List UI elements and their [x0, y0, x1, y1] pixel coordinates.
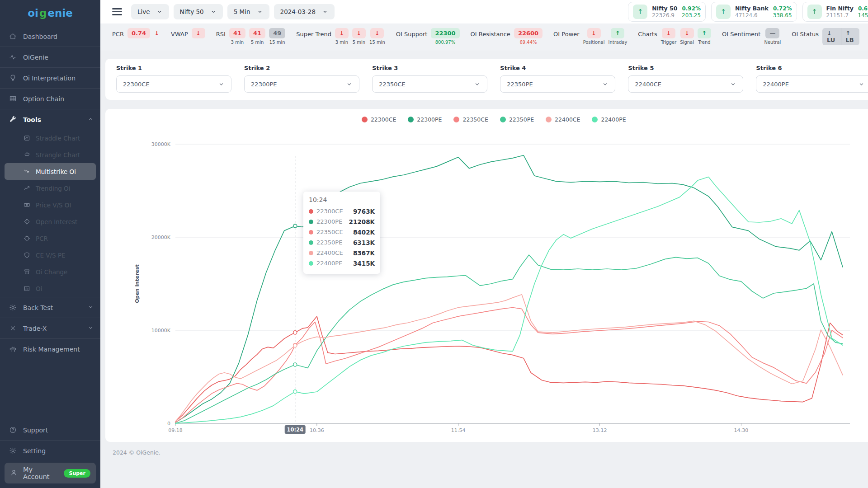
indicator-sublabel: 3 min	[335, 40, 348, 45]
sidebar-item-price-vs-oi[interactable]: Price V/S OI	[0, 197, 100, 213]
menu-toggle-icon[interactable]	[112, 8, 122, 15]
sidebar-item-label: Strangle Chart	[36, 151, 80, 159]
sidebar-item-trade-x[interactable]: Trade-X	[0, 318, 100, 338]
sidebar-item-dashboard[interactable]: Dashboard	[0, 26, 100, 47]
indicator-label: PCR	[112, 28, 124, 38]
tooltip-dot	[309, 261, 313, 266]
legend-item-22350ce[interactable]: 22350CE	[453, 116, 488, 123]
sidebar-item-tools[interactable]: Tools	[0, 109, 100, 130]
chevron-down-icon	[602, 81, 609, 88]
sidebar-item-label: Oi	[36, 285, 42, 292]
x-icon	[9, 324, 17, 332]
index-change: 338.65	[773, 12, 792, 19]
tooltip-row-22300pe: 22300PE 21208K	[309, 216, 375, 227]
interval-dropdown[interactable]: 5 Min	[227, 4, 269, 19]
sidebar-item-oi-interpretation[interactable]: Oi Interpretation	[0, 68, 100, 88]
strike-6-select[interactable]: 22400PE	[756, 75, 868, 93]
app-logo[interactable]: oigenie	[0, 0, 100, 26]
indicator-label: VWAP	[171, 28, 188, 38]
person-icon	[10, 469, 18, 476]
strike-5-select[interactable]: 22400CE	[628, 75, 743, 93]
sidebar-item-support[interactable]: Support	[0, 420, 100, 440]
strike-3-select[interactable]: 22350CE	[372, 75, 487, 93]
logo-text-pre: oi	[28, 7, 38, 19]
sidebar-item-pcr[interactable]: PCR	[0, 230, 100, 247]
indicator-vwap: VWAP↓	[171, 28, 205, 38]
chevron-down-icon	[730, 81, 736, 88]
indicator-pill: ↓	[352, 28, 366, 38]
date-dropdown[interactable]: 2024-03-28	[274, 4, 335, 19]
indicator-sublabel: 5 min	[251, 40, 264, 45]
sidebar-item-my-account[interactable]: My Account Super	[5, 463, 96, 483]
strike-2-value: 22300PE	[251, 81, 277, 88]
tooltip-row-22400ce: 22400CE 8367K	[309, 248, 375, 258]
sidebar-item-ce-vs-pe[interactable]: CE V/S PE	[0, 247, 100, 263]
strike-1-select[interactable]: 22300CE	[116, 75, 231, 93]
sidebar-item-oi-change[interactable]: Oi Change	[0, 263, 100, 280]
tooltip-row-22300ce: 22300CE 9763K	[309, 206, 375, 216]
indicator-pill: ↑	[611, 28, 624, 38]
index-card-fin-nifty[interactable]: ↑ Fin Nifty0.69% 21151.7145.30	[802, 2, 868, 22]
oi-status-toggle[interactable]: ↓ LU↑ LB	[822, 28, 859, 45]
status-segment[interactable]: ↑ LB	[841, 28, 859, 45]
sidebar-item-trending-oi[interactable]: Trending Oi	[0, 180, 100, 197]
tooltip-series-name: 22400PE	[316, 260, 342, 267]
legend-label: 22300CE	[371, 116, 396, 123]
legend-item-22300ce[interactable]: 22300CE	[362, 116, 396, 123]
sidebar-item-open-interest[interactable]: Open Interest	[0, 213, 100, 230]
sidebar-item-setting[interactable]: Setting	[0, 441, 100, 461]
index-card-nifty-bank[interactable]: ↑ Nifty Bank0.72% 47124.6338.65	[711, 2, 797, 22]
sidebar-item-label: Multistrike Oi	[36, 168, 76, 175]
legend-item-22300pe[interactable]: 22300PE	[408, 116, 442, 123]
tooltip-dot	[309, 220, 313, 224]
chevron-down-icon	[858, 81, 865, 88]
sidebar-item-option-chain[interactable]: Option Chain	[0, 89, 100, 109]
svg-text:11:54: 11:54	[451, 427, 466, 433]
index-percent: 0.69%	[858, 5, 868, 12]
sidebar-item-back-test[interactable]: Back Test	[0, 297, 100, 318]
symbol-dropdown[interactable]: Nifty 50	[174, 4, 223, 19]
legend-item-22350pe[interactable]: 22350PE	[500, 116, 534, 123]
indicator-oi-sentiment: OI Sentiment—Neutral	[722, 28, 781, 45]
sidebar-item-straddle-chart[interactable]: Straddle Chart	[0, 130, 100, 146]
mode-dropdown[interactable]: Live	[131, 4, 169, 19]
sidebar-item-multistrike-oi[interactable]: Multistrike Oi	[5, 163, 96, 180]
indicator-pill: 22300	[431, 28, 459, 38]
indicator-sublabel: 800.97%	[435, 40, 456, 45]
up-arrow-icon: ↑	[807, 5, 822, 19]
chevron-down-icon	[474, 81, 481, 88]
strike-label: Strike 6	[756, 65, 868, 71]
indicator-super-trend: Super Trend↓3 min↓5 min↓15 min	[296, 28, 385, 45]
indicator-sublabel: Signal	[680, 40, 694, 45]
chevron-down-icon	[322, 9, 328, 15]
sidebar-item-label: Risk Management	[23, 346, 80, 353]
status-segment[interactable]: ↓ LU	[822, 28, 841, 45]
index-card-nifty-50[interactable]: ↑ Nifty 500.92% 22326.9203.25	[628, 2, 706, 22]
strike-column-4: Strike 4 22350PE	[500, 65, 615, 93]
legend-item-22400pe[interactable]: 22400PE	[592, 116, 626, 123]
sidebar-item-risk-management[interactable]: Risk Management	[0, 339, 100, 359]
sidebar-item-oi[interactable]: Oi	[0, 280, 100, 297]
strike-2-select[interactable]: 22300PE	[244, 75, 359, 93]
legend-item-22400ce[interactable]: 22400CE	[546, 116, 580, 123]
index-name: Nifty Bank	[735, 5, 769, 12]
logo-text-post: enie	[47, 7, 72, 19]
sidebar-item-label: CE V/S PE	[36, 252, 66, 259]
oi-line-chart[interactable]: 30000K20000K10000K009:1810:3611:5413:121…	[112, 114, 862, 437]
tooltip-series-name: 22300CE	[316, 208, 343, 215]
strike-4-select[interactable]: 22350PE	[500, 75, 615, 93]
legend-dot	[592, 117, 598, 122]
indicator-strip: PCR0.74↓VWAP↓RSI413 min415 min4915 minSu…	[100, 23, 868, 51]
indicator-label: OI Status	[792, 28, 819, 45]
indicator-pill: 41	[249, 28, 265, 38]
sidebar-item-oigenie[interactable]: OiGenie	[0, 47, 100, 67]
indicator-sublabel: 15 min	[269, 40, 285, 45]
indicator-pill: ↓	[192, 28, 205, 38]
sidebar-item-strangle-chart[interactable]: Strangle Chart	[0, 146, 100, 163]
legend-dot	[546, 117, 552, 122]
sidebar-item-label: Oi Change	[36, 268, 67, 276]
index-name: Nifty 50	[652, 5, 677, 12]
strike-label: Strike 4	[500, 65, 615, 71]
indicator-oi-resistance: OI Resistance2260069.44%	[471, 28, 543, 45]
legend-label: 22300PE	[417, 116, 442, 123]
